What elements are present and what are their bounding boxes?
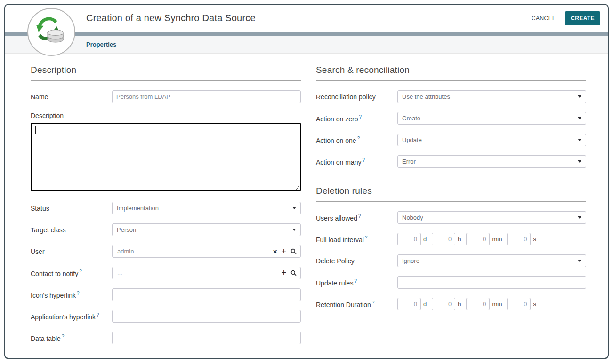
field-label: Data table? <box>31 334 112 342</box>
minutes-input[interactable] <box>466 298 490 310</box>
clear-icon[interactable]: × <box>273 248 277 255</box>
page-title: Creation of a new Synchro Data Source <box>86 13 529 24</box>
unit-label: d <box>423 236 427 243</box>
reconciliation-policy-select[interactable]: Use the attributes <box>397 90 586 103</box>
field-label: Retention Duration? <box>316 300 397 309</box>
icon-hyperlink-input[interactable] <box>112 288 301 301</box>
selected-value: Person <box>117 226 292 233</box>
form-content: Description Name Description Status Impl… <box>5 54 608 353</box>
tab-properties[interactable]: Properties <box>86 41 116 48</box>
help-question-mark[interactable]: ? <box>79 269 82 274</box>
users-allowed-select[interactable]: Nobody <box>397 211 586 224</box>
help-question-mark[interactable]: ? <box>365 235 368 240</box>
datasource-icon <box>27 8 75 56</box>
user-autocomplete: × + <box>112 245 301 258</box>
help-question-mark[interactable]: ? <box>354 278 357 284</box>
seconds-input[interactable] <box>507 298 531 310</box>
hours-input[interactable] <box>432 298 455 310</box>
section-title-description: Description <box>31 65 301 81</box>
delete-policy-select[interactable]: Ignore <box>397 254 586 267</box>
field-row-action-on-many: Action on many? Error <box>316 155 586 168</box>
status-select[interactable]: Implementation <box>112 202 301 214</box>
field-label: Action on one? <box>316 136 397 144</box>
target-class-select[interactable]: Person <box>112 223 301 236</box>
help-question-mark[interactable]: ? <box>372 300 375 305</box>
field-label: Application's hyperlink? <box>31 312 112 321</box>
unit-label: h <box>458 301 461 308</box>
unit-label: s <box>533 236 536 243</box>
unit-label: min <box>492 236 502 243</box>
help-question-mark[interactable]: ? <box>62 334 65 339</box>
minutes-input[interactable] <box>466 233 490 245</box>
field-row-update-rules: Update rules? <box>316 276 586 289</box>
action-on-many-select[interactable]: Error <box>397 155 586 168</box>
field-row-application-hyperlink: Application's hyperlink? <box>31 310 301 323</box>
days-input[interactable] <box>397 233 421 245</box>
field-row-delete-policy: Delete Policy Ignore <box>316 254 586 267</box>
field-label: Update rules? <box>316 278 397 287</box>
field-row-icon-hyperlink: Icon's hyperlink? <box>31 288 301 301</box>
application-hyperlink-input[interactable] <box>112 310 301 323</box>
seconds-input[interactable] <box>507 233 531 245</box>
selected-value: Update <box>402 136 578 143</box>
description-column: Description Name Description Status Impl… <box>31 65 301 353</box>
description-field <box>31 123 301 191</box>
chevron-down-icon <box>578 260 581 262</box>
field-label: Status <box>31 205 112 212</box>
field-row-retention-duration: Retention Duration? d h min s <box>316 298 586 310</box>
help-question-mark[interactable]: ? <box>359 114 362 119</box>
field-label: Contact to notify? <box>31 269 112 277</box>
selected-value: Implementation <box>117 205 292 212</box>
section-title-search-reconciliation: Search & reconciliation <box>316 65 586 81</box>
help-question-mark[interactable]: ? <box>77 291 80 296</box>
add-icon[interactable]: + <box>281 247 286 255</box>
unit-label: h <box>458 236 461 243</box>
field-row-name: Name <box>31 90 301 103</box>
field-row-reconciliation-policy: Reconciliation policy Use the attributes <box>316 90 586 103</box>
field-row-data-table: Data table? <box>31 332 301 344</box>
chevron-down-icon <box>578 139 581 141</box>
field-label: Full load interval? <box>316 235 397 244</box>
contact-autocomplete: + <box>112 267 301 279</box>
field-row-users-allowed: Users allowed? Nobody <box>316 211 586 224</box>
create-button[interactable]: CREATE <box>565 11 600 25</box>
tab-strip: Properties <box>5 36 608 54</box>
search-icon[interactable] <box>290 248 297 254</box>
help-question-mark[interactable]: ? <box>358 214 361 219</box>
chevron-down-icon <box>578 117 581 119</box>
field-label: Icon's hyperlink? <box>31 291 112 299</box>
selected-value: Ignore <box>402 257 578 264</box>
hours-input[interactable] <box>432 233 455 245</box>
days-input[interactable] <box>397 298 421 310</box>
header-divider-bar <box>5 32 608 36</box>
help-question-mark[interactable]: ? <box>97 312 99 317</box>
header: Creation of a new Synchro Data Source CA… <box>5 5 608 32</box>
unit-label: d <box>423 301 427 308</box>
field-row-action-on-zero: Action on zero? Create <box>316 112 586 125</box>
action-on-zero-select[interactable]: Create <box>397 112 586 125</box>
update-rules-input[interactable] <box>397 276 586 289</box>
help-question-mark[interactable]: ? <box>363 158 365 163</box>
help-question-mark[interactable]: ? <box>357 136 360 141</box>
action-on-one-select[interactable]: Update <box>397 134 586 146</box>
field-row-target-class: Target class Person <box>31 223 301 236</box>
full-load-interval-field: d h min s <box>397 233 586 245</box>
field-row-status: Status Implementation <box>31 202 301 214</box>
search-icon[interactable] <box>290 270 297 276</box>
add-icon[interactable]: + <box>281 269 286 277</box>
cancel-button[interactable]: CANCEL <box>529 15 558 22</box>
unit-label: s <box>533 301 536 308</box>
field-label: Target class <box>31 226 112 234</box>
field-label: Delete Policy <box>316 257 397 265</box>
selected-value: Nobody <box>402 214 578 221</box>
chevron-down-icon <box>578 216 581 219</box>
name-input[interactable] <box>112 90 301 103</box>
selected-value: Create <box>402 115 578 122</box>
text-cursor <box>35 126 36 134</box>
field-label: Reconciliation policy <box>316 93 397 101</box>
contact-input[interactable] <box>116 269 277 277</box>
user-input[interactable] <box>116 247 269 255</box>
description-textarea[interactable] <box>31 123 301 191</box>
unit-label: min <box>492 301 502 308</box>
data-table-input[interactable] <box>112 332 301 344</box>
